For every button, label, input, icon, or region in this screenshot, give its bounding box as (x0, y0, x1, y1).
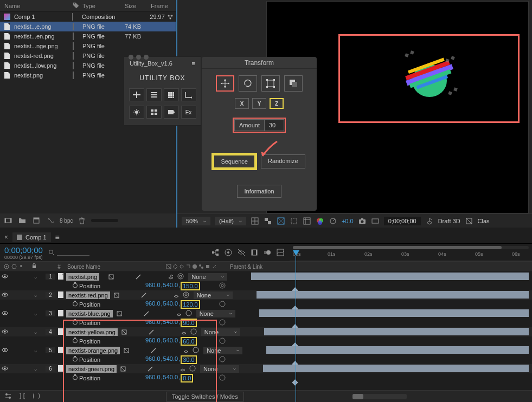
preview-time[interactable]: 0;00;00;00 (384, 217, 421, 225)
ub-tool-3[interactable] (164, 88, 179, 101)
position-y[interactable]: 540.0 (163, 355, 178, 364)
timeline-scrollbar[interactable] (352, 394, 407, 399)
playhead[interactable] (293, 250, 299, 256)
quality-switch[interactable] (143, 310, 150, 317)
stopwatch-icon[interactable] (70, 374, 79, 381)
ub-tool-8[interactable]: Ex (181, 106, 196, 119)
position-z[interactable]: 120.0 (181, 300, 200, 309)
position-x[interactable]: 960.0 (145, 355, 161, 364)
z-axis-btn[interactable]: Z (270, 98, 284, 109)
quality-switch[interactable] (140, 292, 147, 299)
keyframe-marker[interactable] (292, 379, 298, 385)
tab-menu-icon[interactable]: ≡ (55, 233, 60, 242)
position-y[interactable]: 540.0 (163, 282, 178, 290)
parent-dropdown[interactable]: None⌵ (194, 291, 233, 299)
resolution-dropdown[interactable]: (Half)⌵ (215, 217, 246, 225)
collapse-toggle[interactable]: ⌵ (31, 274, 39, 280)
expression-pickwhip-icon[interactable] (219, 282, 226, 289)
layer-row[interactable]: ⌵ 3 nextist-blue.png None⌵ (0, 309, 532, 318)
position-y[interactable]: 540.0 (163, 337, 178, 346)
layer-name[interactable]: nextist.png (66, 273, 99, 281)
shy-switch[interactable] (121, 329, 127, 335)
folder-icon[interactable] (17, 216, 27, 225)
position-x[interactable]: 960.0 (145, 300, 161, 309)
draft-icon[interactable] (223, 248, 233, 257)
interpret-footage-icon[interactable] (3, 216, 13, 225)
visibility-toggle[interactable] (0, 292, 10, 299)
layer-name[interactable]: nextist-red.png (66, 291, 110, 299)
stopwatch-icon[interactable] (70, 338, 79, 345)
layer-row[interactable]: ⌵ 2 nextist-red.png None⌵ (0, 290, 532, 300)
tag-box[interactable] (73, 72, 74, 79)
shy-switch[interactable] (120, 366, 126, 372)
collapse-toggle[interactable]: ⌵ (31, 366, 39, 372)
position-z[interactable]: 60.0 (181, 337, 196, 346)
pickwhip-icon[interactable] (183, 291, 190, 299)
shy-switch[interactable] (116, 310, 123, 317)
thumbnail-slider[interactable] (91, 219, 118, 222)
draft3d-label[interactable]: Draft 3D (438, 218, 460, 224)
new-comp-icon[interactable] (31, 216, 41, 225)
parent-dropdown[interactable]: None⌵ (196, 310, 235, 317)
layer-bar[interactable] (251, 273, 529, 280)
expression-pickwhip-icon[interactable] (219, 374, 226, 381)
expression-pickwhip-icon[interactable] (219, 301, 226, 307)
property-row[interactable]: Position 960.0,540.0,90.0 (0, 318, 532, 327)
comp-tab[interactable]: Comp 1 (12, 232, 51, 242)
tag-box[interactable] (73, 33, 74, 40)
project-item[interactable]: nextist...en.png PNG file 77 KB (0, 31, 176, 41)
ub-tool-7[interactable] (164, 106, 179, 119)
property-row[interactable]: Position 960.0,540.0,150.0 (0, 281, 532, 290)
pickwhip-icon[interactable] (190, 328, 198, 336)
sequence-button[interactable]: Sequence (213, 154, 255, 168)
ub-tool-1[interactable] (129, 88, 144, 101)
expression-pickwhip-icon[interactable] (219, 319, 226, 326)
position-x[interactable]: 960.0 (145, 282, 161, 290)
position-y[interactable]: 540.0 (163, 319, 178, 327)
brackets2-icon[interactable] (33, 392, 41, 401)
transparency-icon[interactable] (264, 217, 272, 225)
3d-switch[interactable] (183, 347, 189, 354)
expression-pickwhip-icon[interactable] (219, 338, 226, 344)
exposure-value[interactable]: +0.0 (342, 218, 354, 224)
quality-switch[interactable] (150, 347, 157, 354)
col-name[interactable]: Name (0, 1, 68, 11)
tag-box[interactable] (72, 13, 73, 21)
trash-icon[interactable] (77, 216, 87, 225)
tag-box[interactable] (73, 52, 74, 60)
position-x[interactable]: 960.0 (145, 337, 161, 346)
exposure-reset-icon[interactable] (329, 217, 337, 225)
stopwatch-icon[interactable] (70, 319, 79, 326)
x-axis-btn[interactable]: X (235, 98, 249, 109)
ub-tool-6[interactable] (146, 106, 162, 119)
position-z[interactable]: 90.0 (181, 319, 196, 327)
col-parent[interactable]: Parent & Link (227, 264, 299, 270)
layer-bar[interactable] (259, 309, 529, 317)
snapshot-icon[interactable] (358, 217, 367, 225)
layer-bar[interactable] (257, 291, 529, 299)
position-z[interactable]: 150.0 (181, 282, 200, 290)
col-size[interactable]: Size (120, 1, 146, 11)
project-item[interactable]: Comp 1 Composition 29.97 (0, 12, 176, 22)
shy-icon[interactable] (236, 248, 246, 257)
parent-dropdown[interactable]: None⌵ (201, 328, 240, 336)
3d-switch[interactable] (180, 366, 186, 372)
3d-switch[interactable] (168, 274, 174, 280)
collapse-toggle[interactable]: ⌵ (31, 311, 39, 316)
tag-box[interactable] (73, 23, 74, 30)
pickwhip-icon[interactable] (193, 347, 200, 354)
col-tag[interactable] (68, 1, 78, 11)
parent-dropdown[interactable]: None⌵ (203, 347, 242, 354)
amount-input[interactable]: 30 (265, 119, 284, 131)
position-x[interactable]: 960.0 (145, 374, 161, 382)
shy-switch[interactable] (123, 347, 130, 354)
visibility-toggle[interactable] (0, 347, 10, 354)
position-mode-btn[interactable] (216, 75, 234, 92)
position-z[interactable]: 30.0 (181, 355, 196, 364)
property-row[interactable]: Position 960.0,540.0,30.0 (0, 355, 532, 364)
ub-tool-2[interactable] (146, 88, 162, 101)
layer-bar[interactable] (266, 346, 529, 354)
parent-dropdown[interactable]: None⌵ (188, 273, 227, 281)
adjustment-icon[interactable] (46, 216, 55, 225)
zoom-light[interactable] (144, 55, 149, 60)
